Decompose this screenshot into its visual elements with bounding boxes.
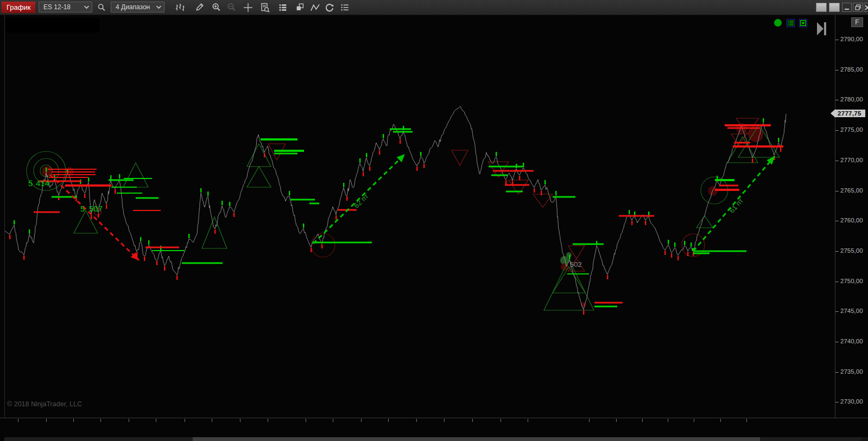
time-tick [528, 419, 528, 422]
time-tick [73, 419, 74, 422]
price-tick [835, 161, 839, 161]
price-tick [835, 191, 839, 191]
pencil-icon[interactable] [192, 2, 206, 13]
time-tick [500, 419, 501, 422]
price-axis-label: 2790,00 [840, 36, 863, 42]
price-axis-label: 2755,00 [840, 247, 863, 254]
marker-blobs [42, 123, 763, 308]
price-tick [835, 282, 839, 282]
scrollbar-thumb[interactable] [193, 437, 760, 441]
time-tick [616, 419, 617, 422]
crosshair-icon[interactable] [241, 2, 255, 13]
instrument-value: ES 12-18 [43, 3, 71, 11]
price-tick [835, 311, 839, 312]
time-tick [18, 419, 18, 422]
price-axis-separator [835, 15, 835, 418]
chart-trader-icon[interactable] [258, 2, 272, 13]
price-axis-label: 2760,00 [840, 217, 863, 223]
price-tick [835, 402, 839, 402]
period-value: 4 Диапазон [116, 3, 150, 11]
time-tick [333, 419, 333, 422]
panel-button-2[interactable] [829, 3, 840, 12]
zoom-in-icon[interactable] [209, 2, 223, 13]
properties-icon[interactable] [338, 2, 352, 13]
bar-ticks [9, 118, 781, 315]
price-axis-label: 2735,00 [840, 368, 863, 375]
price-axis-label: 2770,00 [840, 157, 863, 163]
time-tick [240, 419, 240, 422]
time-tick [129, 419, 129, 422]
time-tick [589, 419, 590, 422]
minimize-button[interactable] [842, 3, 852, 12]
price-axis-label: 2745,00 [840, 308, 863, 314]
chart-style-icon[interactable] [173, 2, 187, 13]
price-chart-canvas[interactable]: 62 пт61 пт54145507502 [0, 15, 868, 441]
price-axis-label: 2775,00 [840, 126, 863, 133]
chart-tab[interactable]: График [2, 2, 35, 13]
period-select[interactable]: 4 Диапазон [111, 2, 164, 12]
price-tick [835, 342, 839, 342]
chart-text-labels: 54145507502 [28, 178, 582, 269]
zoom-out-icon[interactable] [224, 2, 238, 13]
chevron-down-icon [156, 4, 162, 10]
svg-text:5: 5 [80, 204, 85, 213]
price-tick [835, 40, 839, 40]
panel-button-1[interactable] [816, 3, 827, 12]
price-tick [835, 100, 839, 100]
time-tick [720, 419, 721, 422]
reload-icon[interactable] [322, 2, 337, 13]
price-axis-label: 2730,00 [840, 398, 863, 405]
time-tick [268, 419, 268, 422]
orders-panel-icon[interactable] [787, 19, 795, 27]
time-tick [694, 419, 694, 422]
instrument-select[interactable]: ES 12-18 [39, 2, 92, 12]
chevron-down-icon [84, 4, 90, 10]
time-tick [212, 419, 212, 422]
position-panel-icon[interactable] [799, 19, 807, 27]
last-price-value: 2777,75 [835, 110, 865, 117]
price-tick [835, 372, 839, 373]
time-tick [46, 419, 47, 422]
price-tick [835, 70, 839, 71]
measure-arrow-61 пт: 61 пт [693, 156, 775, 251]
time-tick [100, 419, 101, 422]
time-tick [444, 419, 445, 422]
time-tick [668, 419, 668, 422]
price-axis-label: 2780,00 [840, 96, 863, 103]
chart-status-row [774, 18, 807, 27]
marker-circles [27, 151, 728, 257]
windows-icon[interactable] [293, 2, 307, 13]
time-tick [642, 419, 643, 422]
price-axis-f-button[interactable]: F [851, 17, 863, 27]
ninjatrader-window: График ES 12-18 4 Диапазон [0, 0, 868, 441]
last-price-marker: 2777,75 [831, 109, 865, 118]
svg-text:414: 414 [36, 178, 49, 188]
price-tick [835, 251, 839, 252]
time-tick [306, 419, 306, 422]
svg-text:5: 5 [28, 178, 33, 188]
zigzag-icon[interactable] [308, 2, 322, 13]
time-tick [746, 419, 747, 422]
scrollbar-stub [861, 437, 868, 441]
redacted-account-label [5, 18, 99, 33]
record-dot-icon [774, 18, 782, 27]
svg-text:502: 502 [570, 260, 582, 269]
order-lines [34, 124, 783, 308]
signal-triangles [74, 118, 780, 310]
restore-button[interactable] [853, 3, 863, 12]
close-button[interactable] [864, 3, 868, 12]
time-tick [472, 419, 473, 422]
data-grid-icon[interactable] [276, 2, 290, 13]
price-path [4, 106, 786, 310]
svg-text:61 пт: 61 пт [727, 196, 745, 214]
price-axis-label: 2765,00 [840, 187, 863, 194]
svg-text:62 пт: 62 пт [352, 192, 370, 209]
price-axis-label: 2740,00 [840, 338, 863, 344]
measure-arrow-62 пт: 62 пт [313, 154, 405, 244]
search-icon[interactable] [94, 2, 109, 13]
go-to-end-icon[interactable] [816, 22, 828, 36]
horizontal-scrollbar[interactable] [4, 437, 868, 441]
price-tick [835, 221, 839, 221]
price-tick [835, 130, 839, 131]
svg-text:507: 507 [89, 204, 103, 213]
